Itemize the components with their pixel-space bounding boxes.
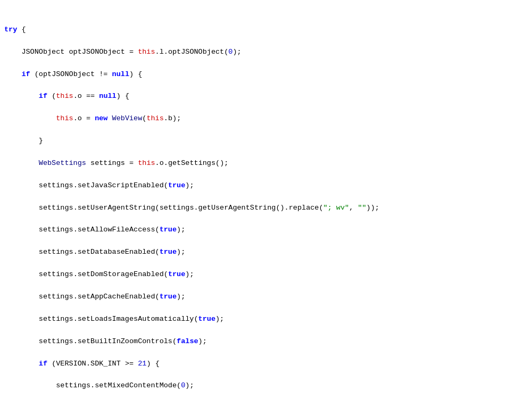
code-block: try { JSONObject optJSONObject = this.l.…: [0, 0, 532, 399]
line-11: settings.setDatabaseEnabled(true);: [0, 247, 532, 258]
line-5: this.o = new WebView(this.b);: [0, 113, 532, 124]
line-8: settings.setJavaScriptEnabled(true);: [0, 180, 532, 192]
line-4: if (this.o == null) {: [0, 91, 532, 102]
line-12: settings.setDomStorageEnabled(true);: [0, 269, 532, 280]
line-9: settings.setUserAgentString(settings.get…: [0, 203, 532, 214]
line-15: settings.setBuiltInZoomControls(false);: [0, 336, 532, 347]
line-10: settings.setAllowFileAccess(true);: [0, 225, 532, 236]
line-6: }: [0, 136, 532, 147]
line-17: settings.setMixedContentMode(0);: [0, 380, 532, 392]
line-3: if (optJSONObject != null) {: [0, 69, 532, 80]
line-14: settings.setLoadsImagesAutomatically(tru…: [0, 314, 532, 325]
line-1: try {: [0, 24, 532, 36]
line-16: if (VERSION.SDK_INT >= 21) {: [0, 359, 532, 370]
line-2: JSONObject optJSONObject = this.l.optJSO…: [0, 47, 532, 58]
line-7: WebSettings settings = this.o.getSetting…: [0, 158, 532, 169]
line-13: settings.setAppCacheEnabled(true);: [0, 292, 532, 303]
